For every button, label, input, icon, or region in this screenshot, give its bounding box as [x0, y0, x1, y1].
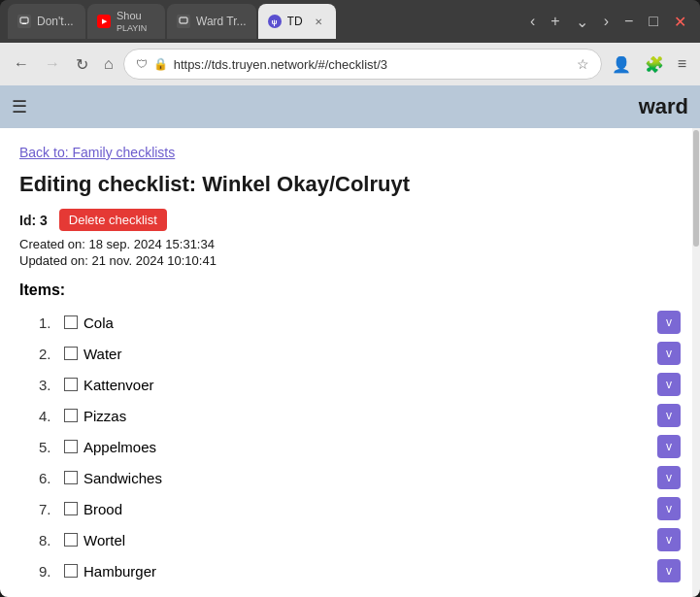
nav-right-buttons: 👤 🧩 ≡	[606, 51, 692, 78]
item-checkbox-6[interactable]	[64, 471, 78, 484]
tab-label-4: TD	[287, 15, 305, 28]
forward-btn[interactable]: →	[39, 51, 66, 77]
list-item: 9. Hamburger v	[19, 555, 681, 586]
app-title: ward	[639, 94, 688, 119]
item-number: 3.	[39, 377, 58, 393]
tab-favicon-4: ψ	[268, 15, 282, 28]
svg-rect-0	[20, 17, 28, 23]
item-v-btn-9[interactable]: v	[657, 559, 681, 582]
new-tab-btn[interactable]: +	[545, 11, 565, 32]
tab-label-3: Ward Tr...	[196, 15, 247, 28]
list-item: 3. Kattenvoer v	[19, 369, 681, 400]
tab-favicon-2	[97, 15, 111, 28]
list-item: 5. Appelmoes v	[19, 431, 681, 462]
item-label-9: Hamburger	[83, 563, 593, 580]
list-item: 7. Brood v	[19, 493, 681, 524]
shield-icon: 🛡	[136, 57, 148, 71]
item-checkbox-7[interactable]	[64, 502, 78, 515]
item-label-8: Wortel	[83, 532, 593, 548]
item-number: 7.	[39, 501, 58, 517]
back-to-checklists-link[interactable]: Back to: Family checklists	[19, 145, 175, 160]
refresh-btn[interactable]: ↻	[70, 51, 94, 78]
meta-row: Id: 3 Delete checklist	[19, 209, 681, 231]
item-label-2: Water	[83, 346, 593, 362]
delete-checklist-btn[interactable]: Delete checklist	[59, 209, 167, 231]
item-v-btn-1[interactable]: v	[657, 311, 681, 334]
menu-btn[interactable]: ≡	[672, 51, 692, 78]
tab-dont[interactable]: Don't...	[8, 4, 85, 39]
item-number: 2.	[39, 346, 58, 362]
lock-icon: 🔒	[153, 57, 168, 71]
item-checkbox-8[interactable]	[64, 533, 78, 547]
item-label-4: Pizzas	[83, 408, 593, 424]
tab-favicon-1	[17, 15, 31, 28]
bookmark-icon[interactable]: ☆	[577, 56, 589, 72]
tab-close-btn[interactable]: ✕	[311, 14, 326, 29]
hamburger-menu-btn[interactable]: ☰	[12, 96, 27, 117]
list-item: 2. Water v	[19, 338, 681, 369]
item-checkbox-9[interactable]	[64, 564, 78, 578]
home-btn[interactable]: ⌂	[98, 51, 119, 77]
item-label-1: Cola	[83, 315, 593, 331]
item-v-btn-3[interactable]: v	[657, 373, 681, 396]
tabs-scroll-left[interactable]: ‹	[524, 11, 541, 32]
close-window-btn[interactable]: ✕	[668, 11, 692, 33]
item-checkbox-5[interactable]	[64, 440, 78, 453]
tab-label-2: ShouPLAYIN	[117, 10, 155, 33]
item-number: 9.	[39, 563, 58, 580]
item-number: 8.	[39, 532, 58, 548]
extensions-btn[interactable]: 🧩	[639, 51, 670, 78]
item-checkbox-3[interactable]	[64, 378, 78, 391]
account-btn[interactable]: 👤	[606, 51, 637, 78]
list-item: 4. Pizzas v	[19, 400, 681, 431]
tab-ward[interactable]: Ward Tr...	[167, 4, 256, 39]
back-btn[interactable]: ←	[8, 51, 35, 77]
tab-label-1: Don't...	[37, 15, 76, 28]
tab-td[interactable]: ψ TD ✕	[258, 4, 336, 39]
checklist-list: 1. Cola v 2. Water v 3. Kattenvoer v 4. …	[19, 307, 681, 586]
item-number: 1.	[39, 315, 58, 331]
address-bar[interactable]: 🛡 🔒 https://tds.truyen.network/#/checkli…	[123, 49, 602, 80]
updated-date: Updated on: 21 nov. 2024 10:10:41	[19, 253, 681, 268]
list-item: 8. Wortel v	[19, 524, 681, 555]
item-number: 4.	[39, 408, 58, 424]
item-label-3: Kattenvoer	[83, 377, 593, 393]
list-item: 1. Cola v	[19, 307, 681, 338]
url-text: https://tds.truyen.network/#/checklist/3	[174, 57, 571, 72]
checklist-id: Id: 3	[19, 213, 48, 228]
svg-rect-1	[22, 23, 26, 24]
item-v-btn-2[interactable]: v	[657, 342, 681, 365]
tab-youtube[interactable]: ShouPLAYIN	[87, 4, 165, 39]
tab-favicon-3	[177, 15, 190, 28]
item-checkbox-2[interactable]	[64, 347, 78, 360]
list-item: 6. Sandwiches v	[19, 462, 681, 493]
svg-rect-2	[180, 17, 187, 23]
item-number: 6.	[39, 470, 58, 486]
maximize-btn[interactable]: □	[643, 11, 664, 32]
created-date: Created on: 18 sep. 2024 15:31:34	[19, 237, 681, 251]
item-checkbox-4[interactable]	[64, 409, 78, 422]
item-v-btn-4[interactable]: v	[657, 404, 681, 427]
item-v-btn-8[interactable]: v	[657, 528, 681, 551]
top-bar: Don't... ShouPLAYIN Ward Tr...	[0, 0, 700, 43]
scrollbar-track[interactable]	[692, 128, 700, 597]
items-header: Items:	[19, 282, 681, 299]
item-v-btn-6[interactable]: v	[657, 466, 681, 489]
item-label-7: Brood	[83, 501, 593, 517]
item-v-btn-7[interactable]: v	[657, 497, 681, 520]
app-toolbar: ☰ ward	[0, 85, 700, 128]
tabs-scroll-right[interactable]: ›	[598, 11, 615, 32]
browser-window: Don't... ShouPLAYIN Ward Tr...	[0, 0, 700, 597]
item-number: 5.	[39, 439, 58, 455]
page-content: Back to: Family checklists Editing check…	[0, 128, 700, 597]
nav-bar: ← → ↻ ⌂ 🛡 🔒 https://tds.truyen.network/#…	[0, 43, 700, 85]
item-label-6: Sandwiches	[83, 470, 593, 486]
item-v-btn-5[interactable]: v	[657, 435, 681, 458]
item-checkbox-1[interactable]	[64, 315, 78, 329]
page-heading: Editing checklist: Winkel Okay/Colruyt	[19, 172, 681, 197]
scrollbar-thumb[interactable]	[693, 130, 699, 247]
item-label-5: Appelmoes	[83, 439, 593, 455]
tabs-list-btn[interactable]: ⌄	[570, 11, 594, 33]
minimize-btn[interactable]: −	[618, 11, 639, 32]
